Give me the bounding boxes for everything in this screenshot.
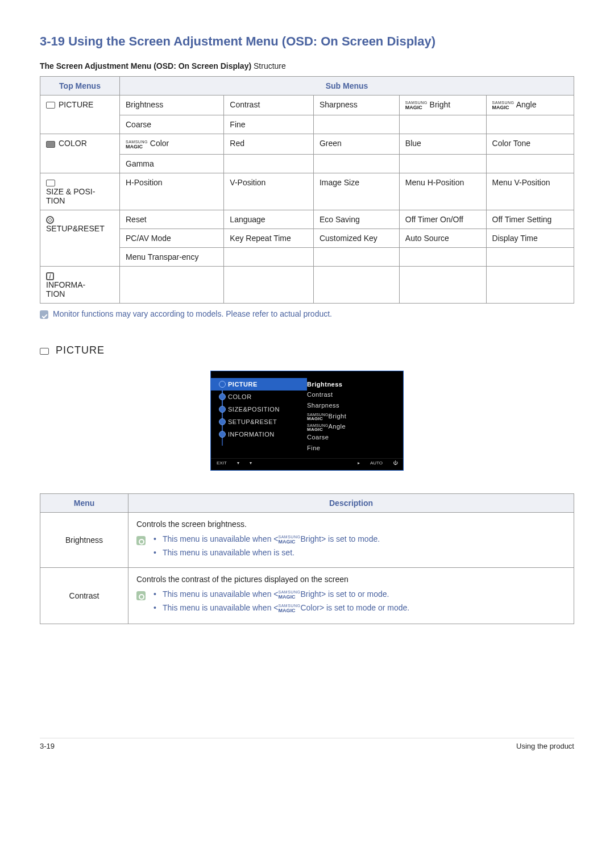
cell: Brightness [120,95,224,115]
bullet: This menu is unavailable when <SAMSUNGMA… [151,534,380,545]
cell: Key Repeat Time [224,229,314,247]
osd-btn: ▸ [358,460,360,466]
cell: Sharpness [313,95,399,115]
cell: SAMSUNGMAGIC Color [120,134,224,154]
cell: Red [224,134,314,154]
cell [486,154,574,173]
cell: SAMSUNGMAGIC Angle [486,95,574,115]
info-label: INFORMA-TION [46,280,103,298]
note-line: Monitor functions may vary according to … [40,309,574,319]
topmenu-color: COLOR [40,134,120,173]
osd-r: SAMSUNGMAGICBright [307,411,399,422]
cell: Display Time [486,229,574,247]
size-label: SIZE & POSI-TION [46,187,103,205]
picture-icon [40,348,49,355]
cell [313,266,399,303]
cell [224,154,314,173]
cell [313,247,399,266]
osd-btn: EXIT [217,460,227,466]
topmenu-picture: PICTURE [40,95,120,134]
bullet: This menu is unavailable when <SAMSUNGMA… [151,589,409,600]
desc-bullets: This menu is unavailable when <SAMSUNGMA… [151,534,380,560]
picture-label: PICTURE [59,100,93,109]
th-menu: Menu [40,493,128,512]
cell: Contrast [224,95,314,115]
magic-logo: SAMSUNGMAGIC [279,603,301,613]
description-table: Menu Description Brightness Controls the… [40,493,574,625]
cell [313,154,399,173]
cell: Off Timer Setting [486,210,574,229]
cell: V-Position [224,173,314,210]
cell: Language [224,210,314,229]
cell [399,247,486,266]
desc-main: Controls the contrast of the pictures di… [136,575,566,584]
cell: Reset [120,210,224,229]
size-icon [46,180,55,186]
osd-right-menu: Brightness Contrast Sharpness SAMSUNGMAG… [307,371,403,458]
bullet: This menu is unavailable when is set. [151,548,380,557]
info-icon [46,272,54,280]
cell [399,154,486,173]
topmenu-size: SIZE & POSI-TION [40,173,120,210]
osd-item-size: SIZE&POSITION [211,403,307,416]
cell: Gamma [120,154,224,173]
osd-btn: ▾ [237,460,239,466]
desc-contrast-body: Controls the contrast of the pictures di… [128,567,574,624]
cell: Coarse [120,115,224,134]
cell [313,115,399,134]
osd-btn: ▾ [250,460,252,466]
cell: Menu H-Position [399,173,486,210]
cell: Menu Transpar-ency [120,247,224,266]
osd-r: Fine [307,443,399,454]
desc-contrast-label: Contrast [40,567,128,624]
topmenu-setup: SETUP&RESET [40,210,120,266]
desc-main: Controls the screen brightness. [136,520,566,529]
setup-label: SETUP&RESET [46,224,105,233]
cell: Color Tone [486,134,574,154]
cell: Off Timer On/Off [399,210,486,229]
cell [486,115,574,134]
osd-bottom-bar: EXIT ▾ ▾ ▸ AUTO ⏻ [211,458,403,469]
desc-brightness-label: Brightness [40,512,128,567]
osd-r: Coarse [307,432,399,443]
subheading-rest: Structure [251,61,286,70]
th-sub-menus: Sub Menus [120,77,574,95]
osd-left-menu: PICTURE COLOR SIZE&POSITION SETUP&RESET … [211,371,307,458]
th-top-menus: Top Menus [40,77,120,95]
magic-logo: SAMSUNGMAGIC [279,534,301,545]
color-icon [46,141,55,148]
osd-item-info: INFORMATION [211,428,307,441]
cell: PC/AV Mode [120,229,224,247]
note-icon [136,591,146,600]
osd-btn: AUTO [370,460,383,466]
cell: Fine [224,115,314,134]
magic-logo: SAMSUNGMAGIC [279,589,301,600]
cell [224,247,314,266]
cell: Blue [399,134,486,154]
cell: H-Position [120,173,224,210]
page-heading: 3-19 Using the Screen Adjustment Menu (O… [40,34,574,49]
osd-item-picture: PICTURE [211,378,307,391]
cell: Menu V-Position [486,173,574,210]
osd-r: Sharpness [307,400,399,411]
cell: Green [313,134,399,154]
osd-r: SAMSUNGMAGICAngle [307,421,399,432]
cell: Image Size [313,173,399,210]
cell [120,266,224,303]
cell [224,266,314,303]
desc-bullets: This menu is unavailable when <SAMSUNGMA… [151,589,409,617]
osd-screenshot: PICTURE COLOR SIZE&POSITION SETUP&RESET … [210,371,404,471]
cell: Eco Saving [313,210,399,229]
footer-left: 3-19 [40,742,55,750]
osd-r: Contrast [307,389,399,400]
gear-icon [46,216,54,224]
subheading-bold: The Screen Adjustment Menu (OSD: On Scre… [40,61,251,70]
cell: Auto Source [399,229,486,247]
osd-item-setup: SETUP&RESET [211,416,307,428]
th-desc: Description [128,493,574,512]
desc-brightness-body: Controls the screen brightness. This men… [128,512,574,567]
osd-item-color: COLOR [211,391,307,403]
cell [399,115,486,134]
section-picture-title: PICTURE [40,344,574,356]
cell [399,266,486,303]
